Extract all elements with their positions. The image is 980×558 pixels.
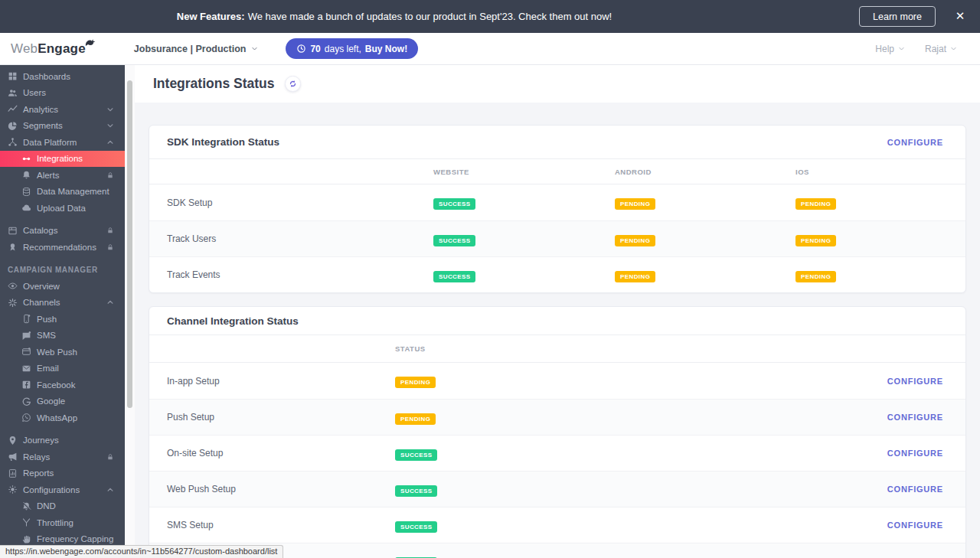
- configure-link[interactable]: CONFIGURE: [887, 520, 943, 530]
- sidebar-item-data-platform[interactable]: Data Platform: [0, 134, 125, 151]
- integrations-icon: [21, 154, 31, 164]
- sidebar-item-channels[interactable]: Channels: [0, 295, 125, 312]
- reports-icon: [8, 468, 18, 478]
- sidebar-item-overview[interactable]: Overview: [0, 278, 125, 295]
- push-icon: [21, 314, 31, 324]
- banner-highlight: New Features:: [177, 11, 245, 22]
- row-label: Push Setup: [167, 412, 395, 423]
- sidebar-item-push[interactable]: Push: [0, 311, 125, 328]
- sidebar-item-configurations[interactable]: Configurations: [0, 481, 125, 498]
- table-row: In-app Setup PENDING CONFIGURE: [149, 363, 965, 399]
- chevron-down-icon: [106, 106, 114, 113]
- status-badge: SUCCESS: [395, 521, 437, 533]
- sidebar-item-reports[interactable]: Reports: [0, 465, 125, 482]
- sidebar-item-email[interactable]: Email: [0, 361, 125, 377]
- close-icon[interactable]: ✕: [953, 9, 967, 23]
- sidebar-item-facebook[interactable]: Facebook: [0, 377, 125, 393]
- sidebar-item-segments[interactable]: Segments: [0, 118, 125, 135]
- help-menu[interactable]: Help: [875, 44, 905, 54]
- status-bar-url: https://in.webengage.com/accounts/in~11b…: [0, 545, 283, 558]
- chevron-down-icon: [251, 45, 258, 52]
- user-menu[interactable]: Rajat: [925, 44, 957, 54]
- status-badge: PENDING: [615, 271, 655, 282]
- lock-icon: [106, 243, 114, 251]
- web-push-icon: [21, 347, 31, 357]
- configure-link[interactable]: CONFIGURE: [887, 485, 943, 494]
- table-row: SDK Setup SUCCESS PENDING PENDING: [149, 184, 965, 220]
- table-row: Track Users SUCCESS PENDING PENDING: [149, 220, 965, 256]
- channels-icon: [8, 298, 18, 308]
- status-badge: PENDING: [615, 235, 655, 246]
- channel-integration-card: Channel Integration Status STATUS In-app…: [149, 306, 966, 558]
- segments-icon: [8, 121, 18, 131]
- column-header-website: WEBSITE: [433, 168, 615, 176]
- sidebar-item-google[interactable]: Google: [0, 393, 125, 410]
- chevron-down-icon: [898, 45, 905, 52]
- banner-message: New Features:We have made a bunch of upd…: [177, 11, 612, 22]
- trial-buy-now-button[interactable]: 70 days left, Buy Now!: [286, 38, 418, 59]
- table-row: Web Push Setup SUCCESS CONFIGURE: [149, 471, 965, 507]
- lock-icon: [106, 453, 114, 461]
- configure-link[interactable]: CONFIGURE: [887, 377, 943, 386]
- campaign-manager-header: CAMPAIGN MANAGER: [0, 262, 125, 279]
- status-badge: SUCCESS: [433, 198, 475, 210]
- content-area: SDK Integration Status CONFIGURE WEBSITE…: [135, 103, 980, 558]
- status-badge: PENDING: [395, 413, 436, 425]
- dnd-bell-off-icon: [21, 501, 31, 511]
- lock-icon: [106, 171, 114, 179]
- sidebar-item-catalogs[interactable]: Catalogs: [0, 223, 125, 240]
- journeys-icon: [8, 436, 18, 445]
- sidebar-item-whatsapp[interactable]: WhatsApp: [0, 410, 125, 426]
- configure-link[interactable]: CONFIGURE: [887, 138, 943, 147]
- sidebar-item-upload-data[interactable]: Upload Data: [0, 200, 125, 217]
- column-header-android: ANDROID: [615, 168, 795, 176]
- webengage-logo[interactable]: WebEngage: [11, 41, 97, 57]
- sidebar-item-dashboards[interactable]: Dashboards: [0, 68, 125, 85]
- facebook-icon: [21, 380, 31, 390]
- lock-icon: [106, 227, 114, 234]
- table-row: Track Events SUCCESS PENDING PENDING: [149, 256, 965, 292]
- sidebar-item-sms[interactable]: SMS: [0, 328, 125, 344]
- row-label: In-app Setup: [167, 376, 395, 387]
- sidebar-item-recommendations[interactable]: Recommendations: [0, 239, 125, 256]
- users-icon: [8, 88, 18, 98]
- column-header-ios: IOS: [795, 168, 965, 176]
- sidebar-item-analytics[interactable]: Analytics: [0, 101, 125, 118]
- row-label: Track Users: [167, 233, 433, 244]
- card-title: SDK Integration Status: [167, 136, 279, 148]
- sidebar-item-users[interactable]: Users: [0, 85, 125, 102]
- recommendations-icon: [8, 242, 18, 252]
- frequency-capping-hand-icon: [21, 534, 31, 544]
- analytics-icon: [8, 104, 18, 114]
- row-label: Track Events: [167, 269, 433, 280]
- page-title: Integrations Status: [153, 76, 275, 92]
- main-content: Integrations Status SDK Integration Stat…: [135, 65, 980, 558]
- sidebar-item-throttling[interactable]: Throttling: [0, 514, 125, 531]
- row-label: SDK Setup: [167, 197, 433, 208]
- sidebar-item-data-management[interactable]: Data Management: [0, 184, 125, 201]
- chevron-down-icon: [950, 45, 957, 52]
- configurations-icon: [8, 485, 18, 494]
- chevron-up-icon: [106, 299, 114, 306]
- overview-icon: [8, 281, 18, 291]
- configure-link[interactable]: CONFIGURE: [887, 449, 943, 458]
- refresh-button[interactable]: [285, 76, 301, 92]
- sidebar-item-web-push[interactable]: Web Push: [0, 344, 125, 361]
- sidebar-item-dnd[interactable]: DND: [0, 498, 125, 515]
- status-badge: SUCCESS: [395, 449, 437, 461]
- refresh-icon: [289, 80, 297, 88]
- row-label: SMS Setup: [167, 520, 395, 530]
- sidebar-item-journeys[interactable]: Journeys: [0, 432, 125, 449]
- configure-link[interactable]: CONFIGURE: [887, 413, 943, 422]
- table-row: Push Setup PENDING CONFIGURE: [149, 399, 965, 435]
- scrollbar-thumb[interactable]: [127, 80, 132, 408]
- sidebar-item-integrations[interactable]: Integrations: [0, 151, 125, 168]
- sidebar-item-alerts[interactable]: Alerts: [0, 167, 125, 184]
- learn-more-button[interactable]: Learn more: [859, 6, 936, 27]
- status-badge: PENDING: [395, 377, 436, 388]
- row-label: Web Push Setup: [167, 484, 395, 494]
- card-title: Channel Integration Status: [167, 315, 299, 327]
- sdk-integration-card: SDK Integration Status CONFIGURE WEBSITE…: [149, 125, 966, 293]
- sidebar-item-relays[interactable]: Relays: [0, 449, 125, 465]
- workspace-selector[interactable]: Jobsurance | Production: [134, 44, 259, 54]
